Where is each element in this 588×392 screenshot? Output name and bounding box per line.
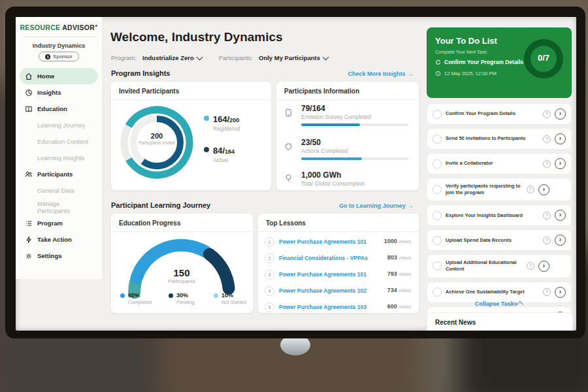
info-icon[interactable]: ? (543, 135, 551, 143)
info-icon[interactable]: ? (543, 160, 551, 168)
task-row[interactable]: Send 50 Invitations to Participants ?› (427, 128, 572, 150)
sidebar-item-take-action[interactable]: Take Action (20, 231, 98, 248)
todo-task-list: Confirm Your Program Details ?› Send 50 … (427, 103, 572, 328)
info-icon[interactable]: ? (543, 288, 551, 296)
checkbox-icon[interactable] (433, 211, 442, 220)
sidebar-item-label: Learning Insights (37, 154, 84, 161)
legend-dot (214, 293, 218, 298)
task-row[interactable]: Upload Spend Data Records ?› (427, 229, 572, 251)
sidebar-item-education-content[interactable]: Education Content (20, 133, 98, 150)
checkbox-icon[interactable] (433, 287, 442, 297)
lesson-rank: 4 (265, 286, 274, 296)
participants-select[interactable]: Participants: Only My Participants (219, 54, 328, 61)
go-to-learning-journey-link[interactable]: Go to Learning Journey → (339, 202, 414, 209)
gear-icon (25, 252, 33, 260)
arrow-right-icon: → (407, 70, 414, 77)
chevron-right-icon[interactable]: › (538, 261, 549, 272)
list-icon (25, 220, 33, 227)
task-row[interactable]: Upload Additional Educational Content ?› (427, 254, 572, 278)
lesson-row: 3 Power Purchase Agreements 101 793 view… (258, 267, 419, 283)
sponsor-label: Sponsor (53, 54, 73, 59)
monitor-bezel: RESOURCE ADVISOR+ Industry Dynamics $ Sp… (5, 7, 585, 338)
task-label: Achieve One Sustainability Target (446, 289, 539, 295)
app-logo: RESOURCE ADVISOR+ (16, 23, 102, 31)
chevron-right-icon[interactable]: › (555, 210, 566, 221)
sidebar-item-participants[interactable]: Participants (20, 166, 98, 182)
chevron-right-icon[interactable]: › (538, 184, 549, 195)
checkbox-icon[interactable] (433, 236, 442, 245)
legend-active: 84/164 Active (204, 144, 235, 163)
checkbox-icon[interactable] (433, 185, 442, 194)
lesson-link[interactable]: Power Purchase Agreements 101 (279, 238, 367, 245)
task-label: Upload Spend Data Records (446, 237, 539, 244)
checkbox-icon[interactable] (433, 159, 442, 169)
card-title: Participants Information (284, 88, 359, 95)
check-more-insights-link[interactable]: Check More Insights → (348, 70, 414, 77)
info-icon[interactable]: ? (543, 110, 551, 118)
lesson-link[interactable]: Power Purchase Agreements 103 (279, 304, 367, 310)
sidebar-item-home[interactable]: Home (20, 68, 98, 84)
sidebar-item-label: Insights (37, 89, 61, 96)
todo-subtitle: Complete Your Next Task: (435, 50, 487, 54)
info-icon[interactable]: ? (543, 212, 551, 220)
refresh-icon (435, 59, 441, 65)
lesson-link[interactable]: Power Purchase Agreements 101 (279, 271, 367, 278)
checkbox-icon[interactable] (433, 261, 442, 270)
sidebar-item-manage-participants[interactable]: Manage Participants (20, 199, 98, 215)
task-label: Send 50 Invitations to Participants (446, 135, 539, 142)
lesson-link[interactable]: Financial Considerations - VPPAs (279, 255, 368, 261)
bulb-icon (284, 173, 293, 185)
gauge-center-label: 150 Participants (120, 267, 244, 284)
lesson-views: 734 views (387, 287, 411, 293)
lesson-row: 2 Financial Considerations - VPPAs 803 v… (258, 250, 419, 267)
sidebar-item-education[interactable]: Education (20, 101, 98, 117)
logo-part-advisor: ADVISOR+ (62, 24, 97, 31)
checkbox-icon[interactable] (433, 110, 442, 119)
program-label: Program: (111, 54, 137, 61)
screen: RESOURCE ADVISOR+ Industry Dynamics $ Sp… (16, 17, 576, 331)
info-icon[interactable]: ? (527, 262, 534, 270)
task-row[interactable]: Achieve One Sustainability Target ?› (427, 282, 572, 303)
logo-plus: + (95, 23, 97, 27)
sidebar-item-label: Participants (37, 171, 73, 178)
sidebar-item-insights[interactable]: Insights (20, 84, 98, 101)
lesson-views: 1000 views (384, 238, 411, 244)
lesson-link[interactable]: Power Purchase Agreements 102 (279, 287, 367, 294)
sidebar-item-learning-insights[interactable]: Learning Insights (20, 150, 98, 166)
survey-icon (284, 108, 293, 120)
legend-dot (169, 293, 173, 298)
sponsor-badge[interactable]: $ Sponsor (39, 52, 79, 61)
task-row[interactable]: Invite a Collaborator ?› (427, 153, 572, 174)
sidebar-item-general-data[interactable]: General Data (20, 182, 98, 199)
sidebar-item-program[interactable]: Program (20, 215, 98, 231)
sidebar: RESOURCE ADVISOR+ Industry Dynamics $ Sp… (16, 17, 103, 279)
recent-news-title: Recent News (435, 319, 476, 326)
todo-title: Your To Do List (435, 36, 497, 46)
task-row[interactable]: Verify participants requesting to join t… (427, 178, 572, 201)
collapse-tasks-link[interactable]: Collapse Tasks (427, 301, 572, 307)
card-divider (258, 231, 419, 232)
chevron-right-icon[interactable]: › (555, 133, 566, 144)
todo-progress-ring: 0/7 (523, 39, 564, 79)
sidebar-item-label: Education (37, 105, 67, 112)
program-select[interactable]: Program: Industrialize Zero (111, 54, 202, 61)
task-row[interactable]: Explore Your Insights Dashboard ?› (427, 204, 572, 226)
checkbox-icon[interactable] (433, 135, 442, 144)
chevron-right-icon[interactable]: › (555, 108, 566, 120)
sidebar-item-label: Settings (37, 252, 61, 259)
chevron-right-icon[interactable]: › (555, 235, 566, 246)
chevron-right-icon[interactable]: › (555, 158, 566, 169)
sidebar-item-settings[interactable]: Settings (20, 248, 98, 264)
sidebar-item-label: Manage Participants (37, 200, 93, 214)
task-row[interactable]: Confirm Your Program Details ?› (427, 103, 572, 125)
invited-participants-card: Invited Participants 200 Participants In… (110, 81, 272, 191)
info-icon[interactable]: ? (543, 237, 551, 244)
chevron-up-icon (517, 301, 523, 308)
emission-survey-progressbar (301, 123, 408, 126)
program-insights-heading: Program Insights (111, 69, 170, 77)
info-icon[interactable]: ? (527, 186, 534, 193)
chevron-right-icon[interactable]: › (555, 287, 566, 298)
clock-icon (435, 71, 441, 76)
sidebar-item-label: Program (37, 220, 63, 227)
sidebar-item-learning-journey[interactable]: Learning Journey (20, 117, 98, 133)
